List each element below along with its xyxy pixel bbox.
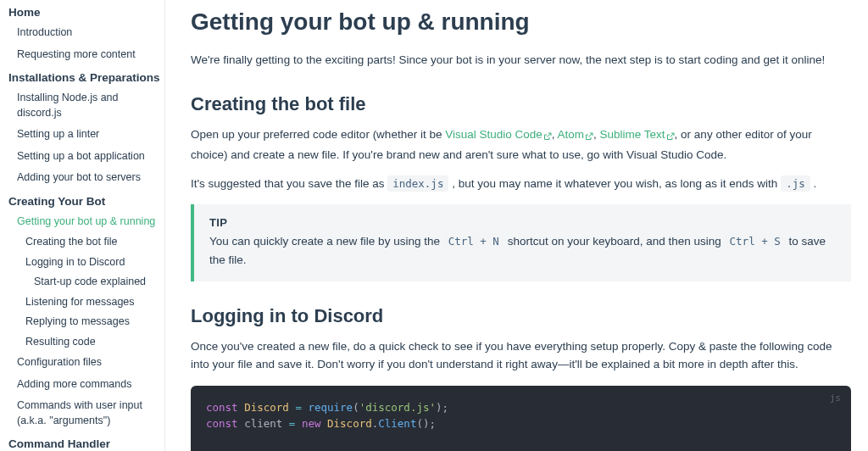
nav-item-commands-user-input[interactable]: Commands with user input (a.k.a. "argume… bbox=[0, 395, 164, 432]
external-link-icon bbox=[543, 128, 552, 147]
nav-group-home[interactable]: Home bbox=[0, 0, 164, 22]
nav-sub-logging-discord[interactable]: Logging in to Discord bbox=[0, 253, 164, 273]
code-block[interactable]: jsconst Discord = require('discord.js');… bbox=[191, 386, 851, 451]
nav-item-adding-commands[interactable]: Adding more commands bbox=[0, 374, 164, 396]
code-ctrl-n: Ctrl + N bbox=[443, 233, 504, 249]
tip-callout: TIP You can quickly create a new file by… bbox=[191, 204, 851, 281]
nav-item-getting-bot-running[interactable]: Getting your bot up & running bbox=[0, 211, 164, 233]
nav-item-requesting-content[interactable]: Requesting more content bbox=[0, 44, 164, 66]
nav-sub-replying-messages[interactable]: Replying to messages bbox=[0, 312, 164, 332]
nav-item-installing-node[interactable]: Installing Node.js and discord.js bbox=[0, 87, 164, 124]
nav-sub-listening-messages[interactable]: Listening for messages bbox=[0, 292, 164, 313]
code-js-ext: .js bbox=[781, 175, 810, 192]
tip-body: You can quickly create a new file by usi… bbox=[209, 232, 836, 269]
link-atom[interactable]: Atom bbox=[558, 128, 594, 141]
paragraph-filename: It's suggested that you save the file as… bbox=[191, 175, 851, 193]
external-link-icon bbox=[585, 128, 593, 147]
paragraph-editors: Open up your preferred code editor (whet… bbox=[191, 125, 851, 164]
code-lang-badge: js bbox=[830, 391, 841, 405]
intro-paragraph: We're finally getting to the exciting pa… bbox=[191, 51, 851, 70]
nav-item-setup-bot-app[interactable]: Setting up a bot application bbox=[0, 146, 164, 168]
nav-group-installations[interactable]: Installations & Preparations bbox=[0, 65, 164, 87]
heading-creating-bot-file: Creating the bot file bbox=[191, 93, 851, 115]
nav-group-command-handler[interactable]: Command Handler bbox=[0, 432, 164, 451]
link-vscode[interactable]: Visual Studio Code bbox=[445, 128, 552, 141]
sidebar: Home Introduction Requesting more conten… bbox=[0, 0, 165, 451]
external-link-icon bbox=[666, 128, 675, 147]
heading-logging-discord: Logging in to Discord bbox=[191, 305, 851, 327]
nav-item-config-files[interactable]: Configuration files bbox=[0, 352, 164, 374]
nav-sub-creating-bot-file[interactable]: Creating the bot file bbox=[0, 232, 164, 253]
code-ctrl-s: Ctrl + S bbox=[725, 233, 786, 249]
page-title: Getting your bot up & running bbox=[191, 8, 851, 36]
nav-subsub-startup-code[interactable]: Start-up code explained bbox=[0, 272, 164, 292]
link-sublime[interactable]: Sublime Text bbox=[600, 128, 675, 141]
nav-item-introduction[interactable]: Introduction bbox=[0, 22, 164, 44]
code-index-js: index.js bbox=[387, 175, 448, 192]
nav-sub-resulting-code[interactable]: Resulting code bbox=[0, 332, 164, 353]
nav-group-creating-bot[interactable]: Creating Your Bot bbox=[0, 189, 164, 211]
nav-item-adding-bot-servers[interactable]: Adding your bot to servers bbox=[0, 167, 164, 189]
tip-title: TIP bbox=[209, 216, 836, 229]
content: Getting your bot up & running We're fina… bbox=[165, 0, 868, 451]
paragraph-logging: Once you've created a new file, do a qui… bbox=[191, 337, 851, 374]
nav-item-setup-linter[interactable]: Setting up a linter bbox=[0, 124, 164, 146]
